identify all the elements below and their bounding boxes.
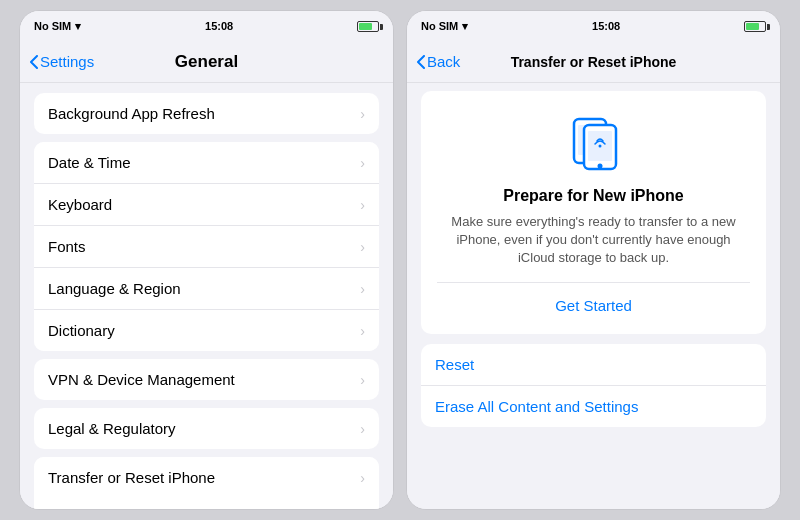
list-item-legal[interactable]: Legal & Regulatory › — [34, 408, 379, 449]
battery-icon-left — [357, 20, 379, 32]
section-legal: Legal & Regulatory › — [34, 408, 379, 449]
wifi-icon: ▾ — [75, 20, 81, 33]
nav-bar-right: Back Transfer or Reset iPhone — [407, 41, 780, 83]
right-content: Prepare for New iPhone Make sure everyth… — [407, 83, 780, 509]
reset-item-reset[interactable]: Reset — [421, 344, 766, 386]
list-item-transfer[interactable]: Transfer or Reset iPhone › — [34, 457, 379, 498]
item-label: Fonts — [48, 238, 86, 255]
wifi-icon-right: ▾ — [462, 20, 468, 33]
back-button-left[interactable]: Settings — [30, 53, 94, 70]
status-right-right — [744, 20, 766, 32]
chevron-icon: › — [360, 421, 365, 437]
section-date-keyboard: Date & Time › Keyboard › Fonts › Languag… — [34, 142, 379, 351]
list-item-date-time[interactable]: Date & Time › — [34, 142, 379, 184]
back-label-right: Back — [427, 53, 460, 70]
item-label: Dictionary — [48, 322, 115, 339]
right-phone: No SIM ▾ 15:08 Back Transfer or Reset iP… — [406, 10, 781, 510]
item-label: VPN & Device Management — [48, 371, 235, 388]
back-label-left: Settings — [40, 53, 94, 70]
prepare-card: Prepare for New iPhone Make sure everyth… — [421, 91, 766, 334]
list-item-vpn[interactable]: VPN & Device Management › — [34, 359, 379, 400]
chevron-icon: › — [360, 197, 365, 213]
prepare-description: Make sure everything's ready to transfer… — [437, 213, 750, 268]
item-label: Transfer or Reset iPhone — [48, 469, 215, 486]
section-background: Background App Refresh › — [34, 93, 379, 134]
battery-icon-right — [744, 20, 766, 32]
nav-title-left: General — [175, 52, 238, 72]
chevron-icon: › — [360, 239, 365, 255]
get-started-button[interactable]: Get Started — [437, 282, 750, 314]
chevron-icon: › — [360, 323, 365, 339]
chevron-icon: › — [360, 106, 365, 122]
list-item-dictionary[interactable]: Dictionary › — [34, 310, 379, 351]
svg-point-6 — [597, 164, 602, 169]
time-left: 15:08 — [205, 20, 233, 32]
status-right-left — [357, 20, 379, 32]
chevron-icon: › — [360, 372, 365, 388]
list-item-keyboard[interactable]: Keyboard › — [34, 184, 379, 226]
time-right: 15:08 — [592, 20, 620, 32]
reset-item-erase[interactable]: Erase All Content and Settings — [421, 386, 766, 427]
item-label: Background App Refresh — [48, 105, 215, 122]
carrier-text: No SIM — [34, 20, 71, 32]
list-item-shutdown[interactable]: Shut Down — [34, 498, 379, 509]
status-left-right: No SIM ▾ — [421, 20, 468, 33]
chevron-icon: › — [360, 281, 365, 297]
status-bar-right: No SIM ▾ 15:08 — [407, 11, 780, 41]
item-label: Language & Region — [48, 280, 181, 297]
section-transfer: Transfer or Reset iPhone › Shut Down — [34, 457, 379, 509]
status-bar-left: No SIM ▾ 15:08 — [20, 11, 393, 41]
phones-icon — [437, 111, 750, 175]
item-label: Keyboard — [48, 196, 112, 213]
status-left: No SIM ▾ — [34, 20, 81, 33]
erase-label: Erase All Content and Settings — [435, 398, 638, 415]
item-label: Legal & Regulatory — [48, 420, 176, 437]
left-phone: No SIM ▾ 15:08 Settings General Backgrou… — [19, 10, 394, 510]
nav-bar-left: Settings General — [20, 41, 393, 83]
reset-section: Reset Erase All Content and Settings — [421, 344, 766, 427]
back-button-right[interactable]: Back — [417, 53, 460, 70]
list-item-language[interactable]: Language & Region › — [34, 268, 379, 310]
item-label: Date & Time — [48, 154, 131, 171]
chevron-icon: › — [360, 155, 365, 171]
svg-point-7 — [598, 145, 601, 148]
carrier-text-right: No SIM — [421, 20, 458, 32]
chevron-icon: › — [360, 470, 365, 486]
prepare-title: Prepare for New iPhone — [437, 187, 750, 205]
section-vpn: VPN & Device Management › — [34, 359, 379, 400]
transfer-row-wrapper: Transfer or Reset iPhone › — [34, 457, 379, 498]
list-item-fonts[interactable]: Fonts › — [34, 226, 379, 268]
list-item-background-refresh[interactable]: Background App Refresh › — [34, 93, 379, 134]
left-content: Background App Refresh › Date & Time › K… — [20, 83, 393, 509]
reset-label: Reset — [435, 356, 474, 373]
nav-title-right: Transfer or Reset iPhone — [511, 54, 677, 70]
